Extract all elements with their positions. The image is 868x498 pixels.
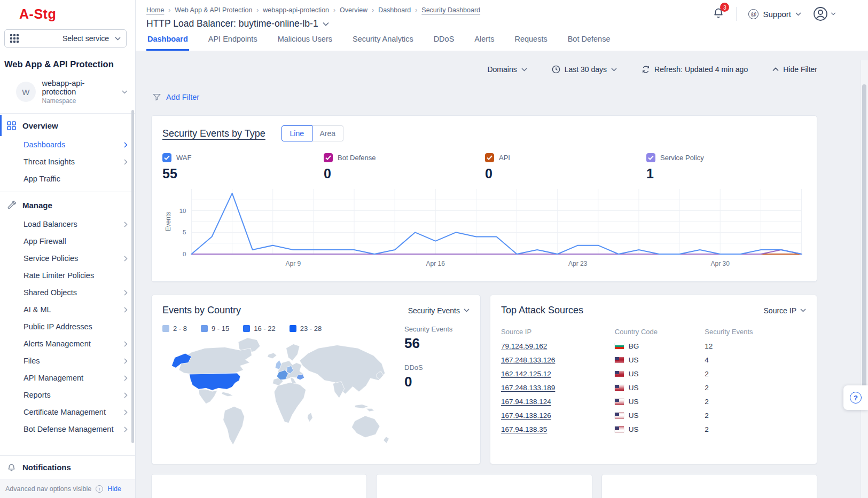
series-checkbox[interactable] [162, 153, 171, 162]
security-events-card-title[interactable]: Security Events by Type [162, 128, 265, 139]
sidebar-item-public-ip-addresses[interactable]: Public IP Addresses [0, 318, 135, 335]
breadcrumb-separator: › [168, 6, 170, 14]
sidebar-item-manage[interactable]: Manage [0, 194, 135, 216]
map-country-africa[interactable] [274, 383, 306, 423]
attack-sources-selector[interactable]: Source IP [764, 306, 806, 315]
sidebar-item-service-policies[interactable]: Service Policies [0, 250, 135, 267]
tab-security-analytics[interactable]: Security Analytics [351, 29, 415, 51]
sidebar-item-files[interactable]: Files [0, 352, 135, 369]
sidebar-item-label: App Traffic [24, 175, 60, 183]
sidebar-item-label: API Management [24, 374, 83, 382]
top-attack-sources-card: Top Attack Sources Source IP Source IPCo… [490, 295, 817, 464]
sidebar-item-shared-objects[interactable]: Shared Objects [0, 284, 135, 301]
chevron-down-icon [115, 37, 121, 41]
breadcrumb-item[interactable]: Web App & API Protection [175, 6, 252, 14]
sidebar-item-app-firewall[interactable]: App Firewall [0, 233, 135, 250]
time-range-dropdown[interactable]: Last 30 days [552, 65, 617, 74]
refresh-label: Refresh: Updated 4 min ago [654, 65, 748, 74]
tab-api-endpoints[interactable]: API Endpoints [207, 29, 259, 51]
breadcrumb-item[interactable]: Dashboard [378, 6, 411, 14]
map-country-indonesia[interactable] [355, 404, 374, 412]
sidebar-item-rate-limiter-policies[interactable]: Rate Limiter Policies [0, 267, 135, 284]
sidebar-item-dashboards[interactable]: Dashboards [0, 136, 135, 153]
svg-text:5: 5 [183, 229, 186, 235]
events-by-country-selector[interactable]: Security Events [408, 306, 470, 315]
notifications-bell-button[interactable]: 3 [713, 6, 724, 21]
breadcrumb-item[interactable]: Overview [340, 6, 367, 14]
tab-alerts[interactable]: Alerts [473, 29, 495, 51]
breadcrumb-item[interactable]: Home [146, 6, 164, 14]
hide-filter-button[interactable]: Hide Filter [772, 65, 817, 74]
source-ip-link[interactable]: 167.248.133.126 [501, 356, 555, 364]
domains-dropdown[interactable]: Domains [487, 65, 527, 74]
divider [0, 192, 135, 192]
source-ip-cell: 162.142.125.12 [501, 367, 615, 381]
sidebar-item-certificate-management[interactable]: Certificate Management [0, 404, 135, 421]
sidebar-item-notifications[interactable]: Notifications [0, 455, 135, 479]
source-ip-link[interactable]: 79.124.59.162 [501, 342, 547, 350]
map-country-australia[interactable] [351, 416, 380, 438]
account-menu-button[interactable] [813, 6, 836, 21]
map-country-bulgaria[interactable] [296, 374, 304, 380]
sidebar-item-alerts-management[interactable]: Alerts Management [0, 335, 135, 352]
sidebar-item-reports[interactable]: Reports [0, 386, 135, 404]
support-button[interactable]: @ Support [748, 9, 801, 19]
chevron-down-icon [464, 309, 470, 312]
tab-ddos[interactable]: DDoS [433, 29, 456, 51]
map-country-scandinavia[interactable] [286, 344, 300, 360]
breadcrumb-item[interactable]: Security Dashboard [421, 6, 480, 14]
series-checkbox[interactable] [646, 153, 655, 162]
line-toggle-button[interactable]: Line [281, 125, 312, 141]
column-header-security-events: Security Events [705, 325, 806, 339]
area-toggle-button[interactable]: Area [312, 125, 343, 141]
tab-dashboard[interactable]: Dashboard [146, 29, 189, 51]
page-scrollbar-thumb[interactable] [862, 84, 866, 399]
sidebar-item-api-management[interactable]: API Management [0, 369, 135, 386]
tab-bot-defense[interactable]: Bot Defense [567, 29, 612, 51]
attack-sources-table: Source IPCountry CodeSecurity Events 79.… [501, 325, 806, 436]
page-scrollbar[interactable] [861, 60, 868, 498]
breadcrumb-item[interactable]: webapp-api-protection [263, 6, 329, 14]
sidebar-item-bot-defense-management[interactable]: Bot Defense Management [0, 421, 135, 438]
table-row: 79.124.59.162BG12 [501, 339, 806, 353]
series-checkbox[interactable] [324, 153, 333, 162]
line-chart-svg: 0510EventsApr 9Apr 16Apr 23Apr 30 [162, 186, 806, 271]
sidebar-item-load-balancers[interactable]: Load Balancers [0, 216, 135, 233]
map-country-us[interactable] [189, 373, 240, 390]
sidebar-scrollbar[interactable] [131, 110, 134, 443]
source-ip-link[interactable]: 167.94.138.126 [501, 412, 551, 420]
sidebar-item-label: Dashboards [24, 140, 65, 149]
sidebar-item-overview[interactable]: Overview [0, 115, 135, 136]
map-country-mexico[interactable] [199, 389, 217, 404]
source-ip-link[interactable]: 167.248.133.189 [501, 384, 555, 392]
service-selector[interactable]: Select service [4, 29, 127, 48]
source-ip-link[interactable]: 167.94.138.35 [501, 425, 547, 433]
tab-malicious-users[interactable]: Malicious Users [277, 29, 333, 51]
sidebar-item-threat-insights[interactable]: Threat Insights [0, 153, 135, 170]
add-filter-button[interactable]: Add Filter [152, 91, 817, 104]
map-country-canada[interactable] [179, 347, 252, 374]
sidebar-item-app-traffic[interactable]: App Traffic [0, 170, 135, 187]
map-country-nz[interactable] [384, 437, 389, 444]
namespace-selector[interactable]: W webapp-api-protection Namespace [0, 77, 135, 113]
user-avatar-icon [813, 6, 828, 21]
sidebar-item-label: Service Policies [24, 254, 78, 263]
sidebar-item-ai-ml[interactable]: AI & ML [0, 301, 135, 318]
chevron-down-icon [122, 90, 128, 94]
series-checkbox[interactable] [485, 153, 494, 162]
help-button[interactable]: ? [843, 385, 868, 410]
series-stat-value: 1 [646, 166, 808, 181]
source-ip-link[interactable]: 162.142.125.12 [501, 370, 551, 378]
map-country-madagascar[interactable] [308, 413, 313, 422]
hide-nav-link[interactable]: Hide [107, 485, 121, 493]
chevron-down-icon[interactable] [323, 22, 329, 26]
source-ip-link[interactable]: 167.94.138.124 [501, 398, 551, 406]
breadcrumb-separator: › [415, 6, 417, 14]
refresh-button[interactable]: Refresh: Updated 4 min ago [642, 65, 748, 74]
map-country-cuba[interactable] [222, 392, 233, 397]
sidebar-item-label: Threat Insights [24, 157, 75, 166]
map-country-iceland[interactable] [268, 353, 277, 359]
map-country-south_america[interactable] [223, 406, 245, 445]
country-code-cell: US [615, 353, 705, 367]
tab-requests[interactable]: Requests [513, 29, 548, 51]
